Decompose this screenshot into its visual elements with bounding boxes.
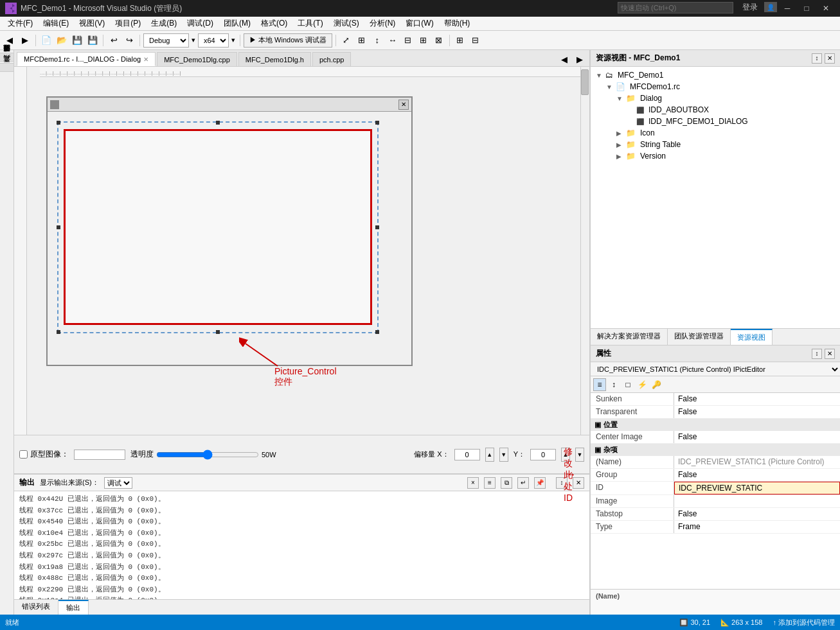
menu-window[interactable]: 窗口(W) <box>400 17 438 30</box>
resize-handle-bl[interactable] <box>57 330 60 334</box>
properties-object-select[interactable]: IDC_PREVIEW_STATIC1 (Picture Control) IP… <box>591 362 840 376</box>
tree-item[interactable]: ▼📄MFCDemo1.rc <box>593 81 837 92</box>
menu-file[interactable]: 文件(F) <box>3 17 38 30</box>
menu-view[interactable]: 视图(V) <box>74 17 110 30</box>
toolbar-save2[interactable]: 💾 <box>85 33 100 48</box>
tree-item[interactable]: ▶📁String Table <box>593 139 837 150</box>
toolbar-back[interactable]: ◀ <box>3 33 17 48</box>
toolbar-undo[interactable]: ↩ <box>107 33 121 48</box>
resize-handle-bm[interactable] <box>216 330 220 334</box>
props-btn-alphabetical[interactable]: ↕ <box>607 378 620 391</box>
tab-scroll-left[interactable]: ◀ <box>557 52 571 66</box>
offset-x-up[interactable]: ▲ <box>485 448 494 462</box>
props-row[interactable]: TypeFrame <box>591 521 840 534</box>
resize-handle-tm[interactable] <box>216 121 220 125</box>
dialog-window[interactable]: ✕ <box>46 96 413 366</box>
toolbar-misc8[interactable]: ⊟ <box>469 33 483 48</box>
menu-team[interactable]: 团队(M) <box>219 17 256 30</box>
menu-analyze[interactable]: 分析(N) <box>364 17 401 30</box>
toolbar-misc6[interactable]: ⊞ <box>416 33 431 48</box>
properties-close[interactable]: ✕ <box>825 349 835 359</box>
props-row[interactable]: SunkenFalse <box>591 393 840 406</box>
sidebar-tab-server[interactable]: 服务器资源管理器 <box>0 53 14 62</box>
panel-tab-resource[interactable]: 资源视图 <box>731 329 773 345</box>
resize-handle-mr[interactable] <box>375 225 379 229</box>
toolbar-misc1[interactable]: ⤢ <box>339 33 353 48</box>
props-row[interactable]: Center ImageFalse <box>591 431 840 444</box>
quick-search-input[interactable] <box>618 2 733 13</box>
platform-dropdown[interactable]: x64 x86 <box>198 33 229 48</box>
resize-handle-ml[interactable] <box>57 225 60 229</box>
minimize-button[interactable]: ─ <box>778 2 796 15</box>
tree-item[interactable]: ▶📁Icon <box>593 127 837 139</box>
prototype-image-input[interactable] <box>74 450 125 460</box>
props-btn-categorized[interactable]: ≡ <box>593 378 606 391</box>
tab-dialog[interactable]: MFCDemo1.rc - I..._DIALOG - Dialog ✕ <box>17 52 156 66</box>
tab-h[interactable]: MFC_Demo1Dlg.h <box>238 52 311 66</box>
toolbar-save[interactable]: 💾 <box>70 33 84 48</box>
toolbar-misc2[interactable]: ⊞ <box>355 33 369 48</box>
menu-tools[interactable]: 工具(T) <box>292 17 328 30</box>
props-btn-proppage[interactable]: 🔑 <box>650 378 663 391</box>
maximize-button[interactable]: □ <box>798 2 816 15</box>
sidebar-tab-toolbox[interactable]: 工具箱 <box>0 63 14 72</box>
close-button[interactable]: ✕ <box>817 2 835 15</box>
resource-tree[interactable]: ▼🗂MFC_Demo1▼📄MFCDemo1.rc▼📁Dialog⬛IDD_ABO… <box>591 67 840 328</box>
scrollbar-thumb[interactable] <box>581 69 589 95</box>
toolbar-misc5[interactable]: ⊟ <box>401 33 415 48</box>
output-tab-output[interactable]: 输出 <box>58 600 89 615</box>
props-row[interactable]: TabstopFalse <box>591 508 840 521</box>
tab-dialog-close[interactable]: ✕ <box>143 56 148 63</box>
props-row[interactable]: (Name)IDC_PREVIEW_STATIC1 (Picture Contr… <box>591 456 840 469</box>
toolbar-new[interactable]: 📄 <box>39 33 53 48</box>
properties-auto-hide[interactable]: ↕ <box>812 349 822 359</box>
tree-item[interactable]: ⬛IDD_ABOUTBOX <box>593 104 837 116</box>
offset-y-down[interactable]: ▼ <box>575 448 584 462</box>
config-dropdown[interactable]: Debug Release <box>143 33 189 48</box>
props-btn-events[interactable]: ⚡ <box>636 378 648 391</box>
output-copy[interactable]: ⧉ <box>501 477 512 489</box>
picture-control[interactable] <box>57 121 379 333</box>
tree-item[interactable]: ▶📁Version <box>593 150 837 162</box>
resize-handle-br[interactable] <box>375 330 379 334</box>
transparency-slider[interactable] <box>156 450 259 460</box>
props-row[interactable]: IDIDC_PREVIEW_STATIC <box>591 482 840 495</box>
props-row[interactable]: TransparentFalse <box>591 406 840 419</box>
output-tab-errors[interactable]: 错误列表 <box>14 600 58 615</box>
menu-project[interactable]: 项目(P) <box>110 17 146 30</box>
panel-tab-solution[interactable]: 解决方案资源管理器 <box>591 329 668 345</box>
resource-view-close[interactable]: ✕ <box>825 53 835 64</box>
tree-item[interactable]: ▼🗂MFC_Demo1 <box>593 69 837 81</box>
props-row[interactable]: Image <box>591 495 840 508</box>
menu-format[interactable]: 格式(O) <box>256 17 292 30</box>
tree-item[interactable]: ⬛IDD_MFC_DEMO1_DIALOG <box>593 116 837 127</box>
dialog-canvas[interactable]: ....|....|....|....|....|....|....|....|… <box>14 67 589 435</box>
toolbar-open[interactable]: 📂 <box>55 33 69 48</box>
tab-cpp[interactable]: MFC_Demo1Dlg.cpp <box>157 52 237 66</box>
status-action[interactable]: ↑ 添加到源代码管理 <box>773 618 835 627</box>
menu-edit[interactable]: 编辑(E) <box>38 17 74 30</box>
output-clear[interactable]: × <box>467 477 479 489</box>
menu-debug[interactable]: 调试(D) <box>182 17 219 30</box>
menu-build[interactable]: 生成(B) <box>146 17 182 30</box>
offset-x-down[interactable]: ▼ <box>499 448 508 462</box>
output-wrap[interactable]: ↵ <box>517 477 529 489</box>
toolbar-redo[interactable]: ↪ <box>122 33 136 48</box>
resize-handle-tr[interactable] <box>375 121 379 125</box>
output-source-select[interactable]: 调试 生成 <box>104 477 132 489</box>
toolbar-fwd[interactable]: ▶ <box>18 33 32 48</box>
offset-y-input[interactable] <box>530 449 556 460</box>
toolbar-misc4[interactable]: ↔ <box>386 33 400 48</box>
panel-tab-team[interactable]: 团队资源管理器 <box>668 329 731 345</box>
dialog-close-btn[interactable]: ✕ <box>398 100 409 110</box>
toolbar-misc7[interactable]: ⊠ <box>432 33 446 48</box>
menu-test[interactable]: 测试(S) <box>328 17 364 30</box>
output-pin[interactable]: 📌 <box>534 477 546 489</box>
resize-handle-tl[interactable] <box>57 121 60 125</box>
prototype-image-checkbox-label[interactable]: 原型图像： <box>19 449 69 460</box>
props-btn-properties[interactable]: □ <box>621 378 634 391</box>
resource-view-auto-hide[interactable]: ↕ <box>812 53 822 64</box>
toolbar-misc3[interactable]: ↕ <box>370 33 384 48</box>
toolbar-grid[interactable]: ⊞ <box>453 33 467 48</box>
offset-x-input[interactable] <box>454 449 480 460</box>
